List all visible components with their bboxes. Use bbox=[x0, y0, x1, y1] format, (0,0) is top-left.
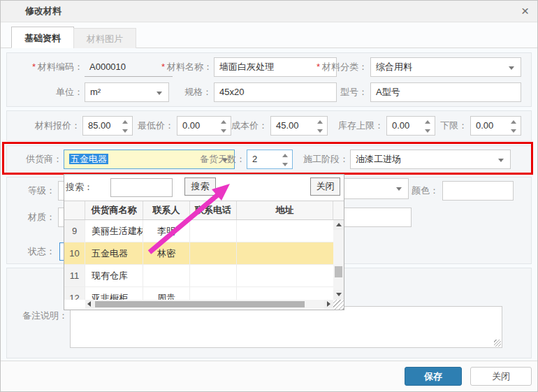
cost-price-label: 成本价： bbox=[221, 116, 268, 136]
remark-textarea[interactable] bbox=[70, 306, 502, 348]
col-phone: 联系电话 bbox=[190, 201, 237, 219]
col-address: 地址 bbox=[237, 201, 333, 219]
supplier-label: 供货商： bbox=[15, 150, 62, 169]
unit-select[interactable]: m² bbox=[85, 82, 169, 102]
close-button[interactable]: 关闭 bbox=[470, 367, 532, 386]
material-category-select[interactable]: 综合用料 bbox=[370, 57, 521, 77]
status-label: 状态： bbox=[13, 242, 55, 261]
supplier-table-header: 供货商名称 联系人 联系电话 地址 bbox=[64, 201, 344, 220]
supplier-row-11[interactable]: 11 现有仓库 bbox=[64, 265, 333, 287]
stock-lower-label: 下限： bbox=[423, 116, 467, 136]
col-supplier-name: 供货商名称 bbox=[85, 201, 143, 219]
material-category-label: *材料分类： bbox=[312, 57, 368, 77]
horizontal-scrollbar[interactable] bbox=[85, 300, 333, 309]
construction-stage-label: 施工阶段： bbox=[287, 150, 349, 169]
modify-material-dialog: 修改材料 × 基础资料 材料图片 *材料编码： A000010 *材料名称： 墙… bbox=[0, 0, 538, 392]
popup-resize-grip-icon[interactable] bbox=[333, 300, 344, 310]
dialog-title: 修改材料 bbox=[25, 1, 61, 22]
spinner-arrows-icon[interactable] bbox=[510, 119, 517, 133]
col-contact: 联系人 bbox=[143, 201, 190, 219]
scroll-left-icon[interactable] bbox=[85, 300, 94, 309]
tab-strip: 基础资料 材料图片 bbox=[1, 22, 537, 48]
supplier-row-12-clipped[interactable]: 12 亚非橱柜 周贵 bbox=[64, 287, 333, 300]
supplier-row-10-selected[interactable]: 10 五金电器 林密 bbox=[64, 242, 333, 265]
chevron-down-icon bbox=[509, 66, 514, 70]
model-field[interactable]: A型号 bbox=[370, 82, 521, 102]
material-code-label: *材料编码： bbox=[13, 57, 83, 77]
tab-material-image[interactable]: 材料图片 bbox=[73, 28, 136, 48]
model-label: 型号： bbox=[312, 82, 368, 102]
popup-search-label: 搜索： bbox=[66, 177, 98, 197]
close-icon[interactable]: × bbox=[521, 1, 529, 21]
unit-label: 单位： bbox=[13, 82, 83, 102]
supplier-row-9[interactable]: 9 美丽生活建材 李明 bbox=[64, 220, 333, 242]
material-code-field[interactable]: A000010 bbox=[85, 57, 173, 77]
horizontal-scroll-thumb[interactable] bbox=[95, 301, 305, 307]
quote-price-label: 材料报价： bbox=[13, 116, 80, 136]
chevron-down-icon bbox=[498, 159, 504, 162]
stock-days-label: 备货天数： bbox=[181, 150, 245, 169]
material-texture-label: 材质： bbox=[13, 208, 55, 227]
color-label: 颜色： bbox=[388, 181, 439, 201]
spec-label: 规格： bbox=[161, 82, 212, 102]
save-button[interactable]: 保存 bbox=[405, 367, 462, 386]
scroll-right-icon[interactable] bbox=[324, 300, 333, 309]
stock-lower-spinner[interactable]: 0.00 bbox=[470, 116, 521, 136]
popup-search-button[interactable]: 搜索 bbox=[184, 177, 216, 196]
scroll-up-icon[interactable] bbox=[333, 220, 344, 230]
grade-label: 等级： bbox=[13, 181, 55, 201]
popup-search-input[interactable] bbox=[110, 178, 173, 197]
min-price-label: 最低价： bbox=[126, 116, 174, 136]
resize-grip-icon[interactable] bbox=[494, 340, 501, 347]
stock-upper-label: 库存上限： bbox=[319, 116, 384, 136]
stock-days-spinner[interactable]: 2 bbox=[247, 150, 293, 169]
material-name-label: *材料名称： bbox=[161, 57, 212, 77]
vertical-scrollbar[interactable] bbox=[333, 220, 344, 300]
remark-label: 备注说明： bbox=[13, 306, 68, 326]
footer-bar: 保存 关闭 bbox=[1, 361, 537, 391]
quote-price-spinner[interactable]: 85.00 bbox=[82, 116, 133, 136]
popup-close-button[interactable]: 关闭 bbox=[310, 177, 340, 196]
supplier-dropdown-popup: 搜索： 搜索 关闭 供货商名称 联系人 联系电话 地址 9 美丽生活建材 李明 … bbox=[64, 174, 344, 310]
tab-basic-info[interactable]: 基础资料 bbox=[11, 27, 74, 48]
construction-stage-select[interactable]: 油漆工进场 bbox=[350, 150, 511, 169]
vertical-scroll-thumb[interactable] bbox=[335, 266, 342, 277]
scroll-down-icon[interactable] bbox=[333, 290, 344, 300]
color-field[interactable] bbox=[442, 181, 514, 201]
title-bar: 修改材料 × bbox=[1, 1, 537, 22]
